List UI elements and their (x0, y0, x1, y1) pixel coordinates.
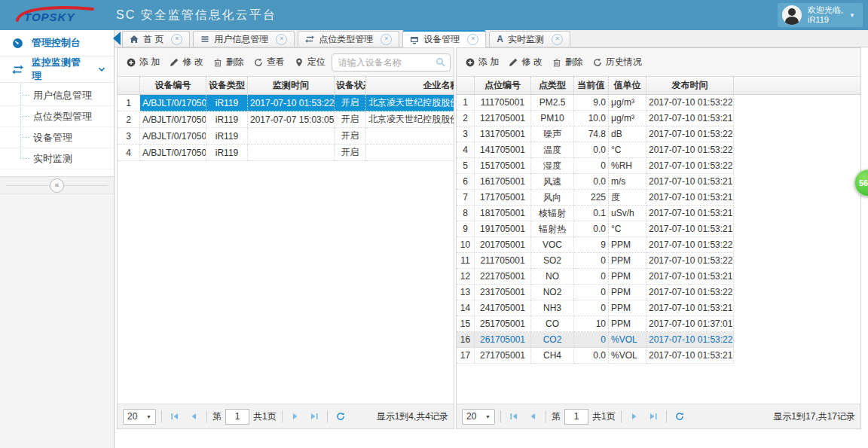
edit-button[interactable]: 修 改 (506, 53, 545, 71)
close-icon[interactable]: × (381, 34, 392, 45)
table-row[interactable]: 12221705001NO0PPM2017-07-10 01:53:21 (457, 269, 860, 285)
table-cell: NO2 (531, 285, 574, 300)
table-cell: 北京凌天世纪控股股份有限公司 (366, 111, 454, 128)
table-row[interactable]: 14241705001NH30PPM2017-07-10 01:53:21 (457, 300, 860, 316)
table-row[interactable]: 2A/BJLT/0/1705002iR1192017-07-07 15:03:0… (118, 111, 454, 128)
sidebar-section-admin-console[interactable]: 管理控制台 (0, 30, 114, 56)
column-header[interactable]: 当前值 (574, 77, 609, 95)
close-icon[interactable]: × (171, 34, 182, 45)
table-row[interactable]: 2121705001PM1010.0μg/m³2017-07-10 01:53:… (457, 111, 860, 126)
column-header[interactable]: 点位编号 (475, 77, 531, 95)
table-cell: 辐射热 (531, 221, 574, 237)
column-header[interactable]: 监测时间 (248, 77, 335, 95)
sidebar-item-user-info-mgmt[interactable]: 用户信息管理 (0, 85, 114, 106)
add-icon (466, 58, 475, 67)
tab-user-info-mgmt[interactable]: 用户信息管理× (193, 31, 295, 47)
collapse-button[interactable]: « (50, 178, 64, 193)
column-header[interactable]: 值单位 (609, 77, 646, 95)
add-button[interactable]: 添 加 (124, 53, 163, 71)
close-icon[interactable]: × (552, 34, 563, 45)
next-page-button[interactable] (627, 409, 642, 424)
sidebar-item-label: 实时监测 (33, 152, 72, 166)
page-size-select[interactable]: 20▼ (123, 409, 156, 425)
divider (546, 410, 546, 422)
table-row[interactable]: 13231705001NO20PPM2017-07-10 01:53:22 (457, 285, 860, 300)
first-page-button[interactable] (506, 409, 521, 424)
column-header[interactable]: 设备类型 (206, 77, 248, 95)
last-page-button[interactable] (646, 409, 661, 424)
view-button[interactable]: 查看 (251, 53, 288, 71)
tab-realtime-monitor[interactable]: A实时监测× (489, 31, 570, 47)
row-number-cell: 3 (118, 128, 140, 145)
table-row[interactable]: 3131705001噪声74.8dB2017-07-10 01:53:22 (457, 126, 860, 142)
column-header[interactable]: 设备状态 (335, 77, 366, 95)
table-cell: 2017-07-10 01:53:21 (646, 221, 734, 237)
next-page-button[interactable] (288, 409, 303, 424)
page-size-select[interactable]: 20▼ (462, 409, 495, 425)
column-header[interactable]: 设备编号 (140, 77, 206, 95)
table-row[interactable]: 1A/BJLT/0/1705001iR1192017-07-10 01:53:2… (118, 95, 454, 111)
column-header[interactable]: 发布时间 (646, 77, 734, 95)
table-row[interactable]: 6161705001风速0.0m/s2017-07-10 01:53:21 (457, 174, 860, 190)
prev-page-button[interactable] (525, 409, 540, 424)
delete-button[interactable]: 删除 (210, 53, 247, 71)
main-area: 首 页×用户信息管理×点位类型管理×设备管理×A实时监测× 添 加修 改删除查看… (115, 30, 868, 448)
table-cell: 9.0 (574, 95, 609, 111)
home-icon (130, 35, 139, 44)
edit-button[interactable]: 修 改 (167, 53, 206, 71)
row-filler (734, 95, 860, 111)
search-input[interactable] (337, 56, 436, 69)
close-icon[interactable]: × (467, 34, 478, 45)
row-number-cell: 1 (457, 95, 475, 111)
table-row[interactable]: 9191705001辐射热0.0°C2017-07-10 01:53:21 (457, 221, 860, 237)
tab-device-mgmt[interactable]: 设备管理× (402, 30, 486, 47)
table-cell: 271705001 (475, 348, 531, 364)
table-row[interactable]: 4A/BJLT/0/1705004iR119开启 (118, 145, 454, 161)
table-row[interactable]: 5151705001湿度0%RH2017-07-10 01:53:22 (457, 158, 860, 174)
sidebar-item-point-type-mgmt[interactable]: 点位类型管理 (0, 106, 114, 127)
search-icon[interactable] (436, 57, 445, 67)
table-row[interactable]: 3A/BJLT/0/1705003iR119开启 (118, 128, 454, 145)
table-cell: 0 (574, 269, 609, 285)
table-row[interactable]: 1111705001PM2.59.0μg/m³2017-07-10 01:53:… (457, 95, 860, 111)
user-menu[interactable]: 欢迎光临,iR119 ▼ (778, 3, 863, 27)
table-cell: 2017-07-10 01:53:21 (646, 174, 734, 190)
history-button[interactable]: 历史情况 (590, 53, 645, 71)
table-row[interactable]: 15251705001CO10PPM2017-07-10 01:37:01 (457, 316, 860, 332)
table-row[interactable]: 11211705001SO20PPM2017-07-10 01:53:22 (457, 253, 860, 269)
sidebar-collapse-strip: « (0, 176, 114, 194)
sidebar-item-realtime-monitor[interactable]: 实时监测 (0, 148, 114, 169)
reload-button[interactable] (672, 409, 687, 424)
sidebar-item-device-mgmt[interactable]: 设备管理 (0, 127, 114, 148)
first-page-button[interactable] (167, 409, 182, 424)
reload-button[interactable] (333, 409, 348, 424)
tab-home[interactable]: 首 页× (122, 31, 190, 47)
table-cell: iR119 (206, 128, 248, 145)
table-cell: 2017-07-10 01:53:22 (646, 95, 734, 111)
sidebar-collapse-arrow[interactable] (113, 32, 121, 45)
sidebar-section-monitor-mgmt[interactable]: 监控监测管理 (0, 56, 114, 83)
table-row[interactable]: 7171705001风向225度2017-07-10 01:53:21 (457, 190, 860, 206)
table-cell: A/BJLT/0/1705002 (140, 111, 206, 128)
page-number-input[interactable] (225, 409, 249, 425)
table-row[interactable]: 17271705001CH40.0%VOL2017-07-10 01:53:21 (457, 348, 860, 364)
delete-button[interactable]: 删除 (549, 53, 586, 71)
table-cell: 10 (574, 316, 609, 332)
table-row[interactable]: 8181705001核辐射0.1uSv/h2017-07-10 01:53:21 (457, 206, 860, 221)
locate-button[interactable]: 定位 (292, 53, 329, 71)
tab-point-type-mgmt[interactable]: 点位类型管理× (298, 31, 399, 47)
table-row[interactable]: 16261705001CO20%VOL2017-07-10 01:53:22 (457, 332, 860, 348)
topsky-logo[interactable]: TOPSKY (12, 3, 96, 27)
table-row[interactable]: 4141705001温度0.0°C2017-07-10 01:53:22 (457, 142, 860, 158)
close-icon[interactable]: × (276, 34, 287, 45)
column-header[interactable]: 企业名称 (366, 77, 454, 95)
prev-page-button[interactable] (186, 409, 201, 424)
add-button[interactable]: 添 加 (463, 53, 502, 71)
table-row[interactable]: 10201705001VOC9PPM2017-07-10 01:53:22 (457, 237, 860, 253)
last-page-button[interactable] (307, 409, 322, 424)
page-number-input[interactable] (564, 409, 588, 425)
table-cell: 2017-07-10 01:53:22 (248, 95, 335, 111)
row-number-cell: 14 (457, 300, 475, 316)
row-filler (734, 206, 860, 221)
column-header[interactable]: 点类型 (531, 77, 574, 95)
